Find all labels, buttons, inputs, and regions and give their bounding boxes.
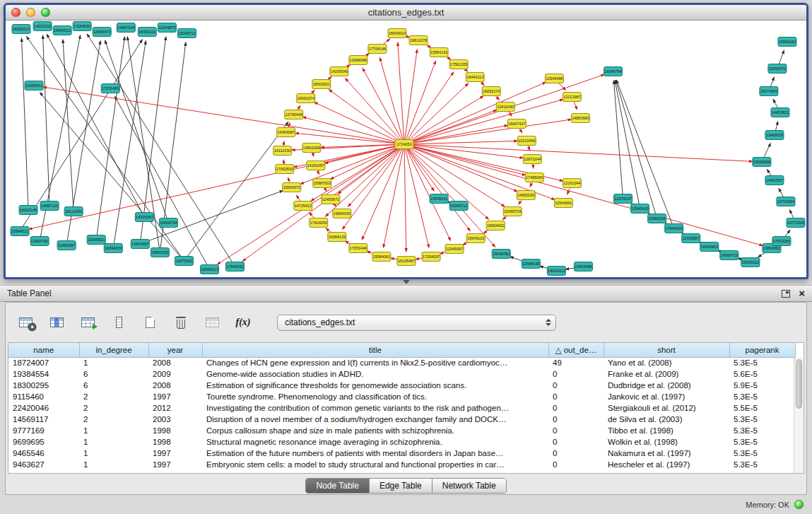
graph-node-label: 15954132 [430, 50, 448, 54]
table-cell: 5.3E-5 [729, 448, 795, 459]
graph-node-label: 17845092 [226, 264, 244, 269]
table-panel-title: Table Panel [7, 288, 52, 298]
table-row[interactable]: 969969511998Structural magnetic resonanc… [8, 436, 795, 448]
graph-edge[interactable] [63, 40, 73, 207]
function-builder-button[interactable]: f(x) [233, 313, 253, 332]
table-cell: 0 [548, 402, 604, 414]
graph-edge[interactable] [43, 87, 400, 144]
table-row[interactable]: 911546021997Tourette syndrome. Phenomeno… [8, 391, 795, 402]
scrollbar-thumb[interactable] [796, 359, 802, 409]
graph-edge[interactable] [770, 77, 774, 87]
graph-node-label: 14850093 [517, 193, 535, 197]
graph-edge[interactable] [302, 117, 400, 143]
close-window-button[interactable] [11, 8, 20, 17]
panel-divider[interactable] [0, 279, 812, 285]
table-cell: 49 [548, 357, 604, 368]
column-header-year[interactable]: year [148, 343, 202, 357]
close-panel-icon[interactable]: × [799, 289, 805, 298]
attribute-table: namein_degreeyeartitle△ out_de…shortpage… [8, 343, 796, 470]
graph-edge[interactable] [22, 38, 28, 206]
table-cell: 18300295 [8, 380, 79, 391]
graph-edge[interactable] [408, 144, 753, 161]
graph-edge[interactable] [283, 160, 284, 165]
new-column-button[interactable] [140, 313, 160, 332]
table-tabs-row: Node TableEdge TableNetwork Table [6, 478, 806, 493]
network-canvas[interactable]: 1724052169340101961107815954132175612051… [6, 21, 806, 277]
graph-edge[interactable] [22, 40, 142, 228]
network-graph[interactable]: 1724052169340101961107815954132175612051… [6, 21, 806, 277]
table-body: 1872400712008Changes of HCN gene express… [8, 357, 795, 470]
minimize-window-button[interactable] [26, 8, 35, 17]
export-table-button[interactable] [78, 313, 98, 332]
graph-edge[interactable] [47, 34, 142, 213]
graph-edge[interactable] [43, 35, 49, 201]
table-row[interactable]: 946362711997Embryonic stem cells: a mode… [8, 459, 795, 470]
table-cell: Dudbridge et al. (2008) [604, 380, 729, 391]
divider-handle-icon[interactable] [403, 280, 410, 284]
graph-edge[interactable] [533, 163, 534, 168]
table-scrollbar[interactable] [794, 358, 804, 473]
graph-edge[interactable] [574, 101, 577, 110]
column-header-name[interactable]: name [8, 343, 79, 357]
table-row[interactable]: 946554611997Estimation of the future num… [8, 448, 795, 459]
graph-node-label: 18493212 [548, 269, 565, 273]
table-row[interactable]: 977716911998Corpus callosum shape and si… [8, 425, 795, 436]
tab-node-table[interactable]: Node Table [306, 479, 370, 493]
tab-edge-table[interactable]: Edge Table [370, 479, 433, 493]
graph-edge[interactable] [40, 93, 182, 258]
table-panel-header: Table Panel × [0, 285, 812, 302]
graph-node-label: 13605498 [575, 264, 592, 269]
graph-edge[interactable] [789, 210, 794, 219]
table-row[interactable]: 2242004622012Investigating the contribut… [8, 402, 795, 414]
table-row[interactable]: 1456911722003Disruption of a novel membe… [8, 414, 795, 425]
table-cell: 2008 [148, 357, 202, 368]
table-row[interactable]: 1830029562008Estimation of significance … [8, 380, 795, 391]
table-mode-button[interactable] [16, 313, 35, 332]
graph-edge[interactable] [404, 148, 406, 252]
table-select-dropdown[interactable]: citations_edges.txt [277, 315, 556, 331]
zoom-window-button[interactable] [41, 8, 50, 17]
graph-node-label: 15495704 [504, 209, 522, 214]
new-column-icon [146, 317, 155, 328]
show-columns-button[interactable] [47, 313, 66, 332]
float-panel-icon[interactable] [782, 290, 790, 298]
graph-edge[interactable] [408, 146, 505, 206]
graph-edge[interactable] [773, 99, 778, 108]
graph-edge[interactable] [408, 145, 523, 158]
graph-edge[interactable] [321, 144, 400, 147]
table-cell: 9777169 [8, 425, 79, 436]
graph-edge[interactable] [384, 148, 404, 247]
graph-node-label: 17624050 [310, 221, 328, 225]
graph-edge[interactable] [325, 147, 401, 216]
graph-node-label: 13545419 [631, 206, 649, 211]
delete-button[interactable] [171, 313, 191, 332]
graph-edge[interactable] [775, 122, 777, 132]
graph-edge[interactable] [160, 42, 186, 248]
table-row[interactable]: 1872400712008Changes of HCN gene express… [8, 357, 795, 368]
column-header-in_degree[interactable]: in_degree [79, 343, 148, 357]
graph-node-label: 13210456 [518, 139, 536, 143]
graph-edge[interactable] [406, 72, 453, 141]
import-table-button[interactable] [202, 313, 222, 332]
graph-node-label: 18954323 [151, 250, 169, 255]
column-header-short[interactable]: short [604, 343, 729, 357]
graph-node-label: 15684521 [11, 229, 29, 233]
graph-edge[interactable] [331, 146, 401, 180]
column-header-out_de[interactable]: △ out_de… [548, 343, 604, 357]
graph-edge[interactable] [408, 125, 508, 144]
table-cell: 0 [548, 391, 604, 402]
graph-edge[interactable] [763, 144, 770, 158]
column-header-pagerank[interactable]: pagerank [729, 343, 795, 357]
graph-edge[interactable] [311, 146, 401, 201]
column-header-title[interactable]: title [202, 343, 548, 357]
graph-edge[interactable] [408, 100, 563, 144]
column-button[interactable] [109, 313, 129, 332]
network-window-titlebar[interactable]: citations_edges.txt [6, 5, 806, 21]
table-cell: 5.3E-5 [729, 357, 795, 368]
table-row[interactable]: 1938455462009Genome-wide association stu… [8, 368, 795, 380]
graph-edge[interactable] [779, 188, 784, 197]
graph-edge[interactable] [779, 50, 784, 64]
graph-node-label: 16934010 [389, 31, 406, 35]
tab-network-table[interactable]: Network Table [433, 479, 506, 493]
graph-node-label: 17543280 [773, 239, 791, 243]
